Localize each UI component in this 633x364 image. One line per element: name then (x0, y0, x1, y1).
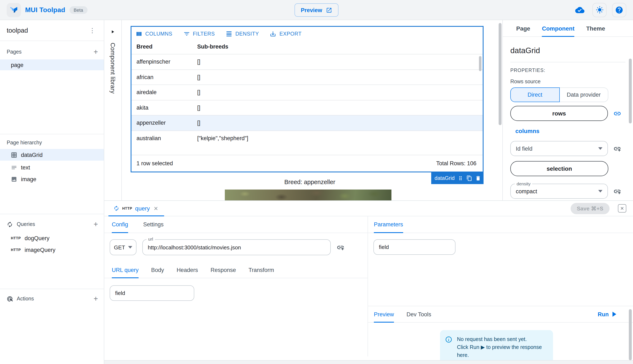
tab-preview[interactable]: Preview (374, 306, 394, 322)
table-row[interactable]: airedale [] (132, 84, 483, 100)
query-tab[interactable]: HTTP query ✕ (109, 201, 164, 216)
parameter-input[interactable] (373, 239, 455, 255)
tab-component[interactable]: Component (542, 20, 574, 36)
tab-page[interactable]: Page (516, 20, 530, 36)
filter-list-icon (183, 30, 190, 37)
mui-toolpad-logo-icon (7, 3, 21, 17)
alert-text: No request has been sent yet. Click Run … (457, 336, 547, 359)
save-button[interactable]: Save ⌘+S (571, 203, 610, 214)
sidebar-item-page[interactable]: page (0, 60, 104, 70)
canvas-scrollbar[interactable] (499, 23, 501, 125)
close-panel-button[interactable]: ✕ (618, 204, 626, 212)
http-badge: HTTP (11, 236, 21, 240)
expand-library-button[interactable] (110, 29, 115, 34)
http-method-select[interactable]: GET (110, 239, 137, 255)
rows-source-dataprovider-option[interactable]: Data provider (559, 88, 608, 102)
tab-theme[interactable]: Theme (586, 20, 605, 36)
datagrid-rows: affenpinscher [] african [] airedale [] … (132, 54, 483, 155)
rows-source-toggle: Direct Data provider (510, 88, 608, 102)
http-badge: HTTP (11, 248, 21, 252)
table-row[interactable]: african [] (132, 69, 483, 84)
url-field-label: url (147, 236, 155, 242)
density-bind-button[interactable] (613, 187, 621, 195)
selection-binding-button[interactable]: selection (510, 161, 608, 176)
add-query-button[interactable]: + (94, 220, 98, 228)
rows-source-label: Rows source (510, 79, 625, 84)
tab-transform[interactable]: Transform (248, 262, 274, 278)
hierarchy-item-text[interactable]: text (0, 162, 104, 173)
tab-headers[interactable]: Headers (177, 262, 198, 278)
density-toolbar-button[interactable]: DENSITY (226, 30, 259, 37)
table-row[interactable]: australian ["kelpie","shepherd"] (132, 130, 483, 146)
density-row: density compact (510, 184, 621, 199)
tab-response[interactable]: Response (211, 262, 236, 278)
view-column-icon (136, 30, 142, 37)
datagrid-scrollbar[interactable] (479, 56, 481, 71)
beta-badge: Beta (70, 6, 87, 14)
page-canvas: COLUMNS FILTERS DENSITY EXPORT Breed Sub… (122, 20, 502, 200)
table-row-selected[interactable]: appenzeller [] (132, 115, 483, 130)
text-component[interactable]: Breed: appenzeller (122, 179, 498, 185)
column-header-breed[interactable]: Breed (132, 44, 192, 50)
datagrid-toolbar: COLUMNS FILTERS DENSITY EXPORT (132, 27, 483, 38)
url-row: GET url (104, 233, 368, 262)
inspector-scrollbar[interactable] (629, 58, 632, 124)
tab-settings[interactable]: Settings (143, 216, 164, 233)
datagrid-header-row: Breed Sub-breeds (132, 38, 483, 54)
mui-toolpad-app: MUI Toolpad Beta Preview toolpad ⋮ Pages (0, 0, 633, 364)
play-icon (612, 312, 616, 317)
app-bar: MUI Toolpad Beta Preview (0, 0, 633, 20)
rows-binding-button[interactable]: rows (510, 106, 608, 121)
add-link-icon (613, 144, 621, 152)
app-bar-actions (573, 3, 626, 17)
id-field-select[interactable]: Id field (510, 141, 608, 156)
url-input[interactable] (142, 239, 331, 255)
open-in-new-icon (326, 7, 332, 13)
hierarchy-section-label: Page hierarchy (7, 140, 42, 146)
hierarchy-item-image[interactable]: image (0, 174, 104, 184)
query-item-dogquery[interactable]: HTTP dogQuery (0, 233, 104, 244)
density-select[interactable]: density compact (510, 184, 608, 199)
component-name-heading: dataGrid (510, 46, 625, 55)
filters-toolbar-button[interactable]: FILTERS (183, 30, 215, 37)
theme-toggle-button[interactable] (592, 3, 607, 17)
query-tab-bar: HTTP query ✕ Save ⌘+S ✕ (104, 201, 633, 216)
run-button[interactable]: Run (598, 311, 616, 317)
total-rows-status: Total Rows: 106 (436, 160, 476, 166)
query-preview-column: Parameters Preview Dev Tools Run (368, 216, 633, 356)
add-action-button[interactable]: + (94, 295, 98, 302)
tab-parameters[interactable]: Parameters (374, 216, 403, 233)
export-toolbar-button[interactable]: EXPORT (270, 30, 302, 37)
columns-toolbar-button[interactable]: COLUMNS (136, 30, 172, 37)
rows-bind-button[interactable] (613, 110, 621, 117)
result-tabs-bar: Preview Dev Tools Run (368, 306, 633, 322)
image-component[interactable] (225, 190, 391, 200)
queries-section-label: Queries (7, 221, 35, 228)
tab-config[interactable]: Config (112, 216, 128, 233)
columns-editor-link[interactable]: columns (515, 128, 539, 134)
table-row[interactable]: affenpinscher [] (132, 54, 483, 69)
add-page-button[interactable]: + (94, 48, 98, 56)
column-header-subbreeds[interactable]: Sub-breeds (192, 44, 483, 50)
datagrid-component[interactable]: COLUMNS FILTERS DENSITY EXPORT Breed Sub… (131, 26, 483, 172)
rows-source-direct-option[interactable]: Direct (510, 88, 559, 102)
close-query-tab-button[interactable]: ✕ (153, 205, 159, 212)
tab-body[interactable]: Body (151, 262, 164, 278)
help-button[interactable] (612, 3, 626, 17)
cloud-done-icon (573, 3, 587, 17)
chevron-right-icon (110, 29, 115, 34)
hierarchy-item-datagrid[interactable]: dataGrid (0, 149, 104, 161)
query-item-imagequery[interactable]: HTTP imageQuery (0, 244, 104, 255)
url-query-param-wrap (110, 285, 194, 301)
project-menu-button[interactable]: ⋮ (87, 26, 98, 35)
url-query-param-input[interactable] (110, 285, 194, 301)
preview-button[interactable]: Preview (295, 3, 338, 17)
tab-dev-tools[interactable]: Dev Tools (406, 306, 431, 322)
id-field-bind-button[interactable] (613, 144, 621, 152)
tab-url-query[interactable]: URL query (112, 262, 139, 278)
preview-scrollbar[interactable] (629, 309, 632, 360)
hierarchy-section-header: Page hierarchy (0, 137, 104, 148)
url-bind-button[interactable] (337, 243, 345, 251)
table-row[interactable]: akita [] (132, 100, 483, 115)
add-link-icon (613, 187, 621, 195)
